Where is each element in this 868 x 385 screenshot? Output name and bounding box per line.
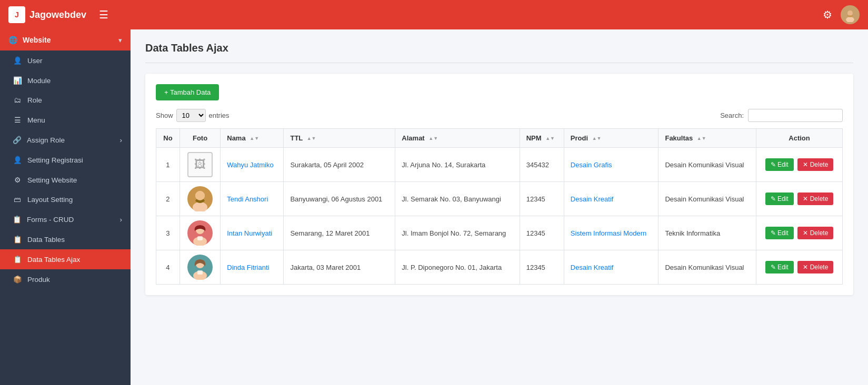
sidebar-label-role: Role	[27, 96, 42, 104]
cell-action: ✎ Edit ✕ Delete	[756, 216, 843, 250]
entries-label: entries	[209, 112, 230, 119]
col-foto: Foto	[179, 129, 220, 148]
edit-button[interactable]: ✎ Edit	[765, 158, 794, 171]
sidebar-item-data-tables[interactable]: 📋 Data Tables	[0, 229, 131, 249]
sort-nama-icon: ▲▼	[250, 136, 259, 141]
cell-no: 1	[156, 148, 180, 182]
svg-point-3	[847, 11, 852, 15]
delete-button[interactable]: ✕ Delete	[797, 158, 833, 171]
table-row: 4 Dinda Fitrianti Jakarta, 03 Maret 2001…	[156, 250, 843, 285]
search-box: Search:	[720, 109, 843, 122]
col-prodi[interactable]: Prodi ▲▼	[564, 129, 659, 148]
cell-no: 2	[156, 182, 180, 216]
cell-npm: 345432	[520, 148, 564, 182]
delete-button[interactable]: ✕ Delete	[797, 261, 833, 273]
prodi-link[interactable]: Desain Kreatif	[571, 195, 614, 203]
cell-action: ✎ Edit ✕ Delete	[756, 250, 843, 285]
cell-alamat: Jl. P. Diponegoro No. 01, Jakarta	[395, 250, 520, 285]
table-controls: Show 10 25 50 100 entries Search:	[156, 109, 843, 122]
col-alamat[interactable]: Alamat ▲▼	[395, 129, 520, 148]
cell-no: 4	[156, 250, 180, 285]
col-ttl[interactable]: TTL ▲▼	[284, 129, 395, 148]
cell-action: ✎ Edit ✕ Delete	[756, 182, 843, 216]
col-npm[interactable]: NPM ▲▼	[520, 129, 564, 148]
nama-link[interactable]: Wahyu Jatmiko	[227, 161, 273, 169]
cell-no: 3	[156, 216, 180, 250]
svg-point-7	[195, 191, 205, 200]
cell-nama: Dinda Fitrianti	[221, 250, 284, 285]
main-wrapper: 🌐 Website ▾ 👤 User 📊 Module 🗂 Role ☰ Men…	[0, 29, 868, 385]
cell-prodi: Desain Kreatif	[564, 250, 659, 285]
sort-fakultas-icon: ▲▼	[697, 136, 706, 141]
sort-npm-icon: ▲▼	[545, 136, 555, 141]
search-input[interactable]	[748, 109, 843, 122]
cell-fakultas: Desain Komunikasi Visual	[659, 148, 756, 182]
sidebar-label-module: Module	[27, 77, 51, 85]
sidebar-item-data-tables-ajax[interactable]: 📋 Data Tables Ajax	[0, 249, 131, 269]
assign-role-icon: 🔗	[13, 136, 22, 144]
prodi-link[interactable]: Desain Kreatif	[571, 264, 614, 271]
edit-button[interactable]: ✎ Edit	[765, 261, 794, 273]
cell-nama: Tendi Anshori	[221, 182, 284, 216]
nama-link[interactable]: Tendi Anshori	[227, 195, 268, 203]
table-row: 2 Tendi Anshori Banyuwangi, 06 Agustus 2…	[156, 182, 843, 216]
prodi-link[interactable]: Desain Grafis	[571, 161, 612, 169]
cell-action: ✎ Edit ✕ Delete	[756, 148, 843, 182]
sidebar-item-role[interactable]: 🗂 Role	[0, 90, 131, 110]
edit-button[interactable]: ✎ Edit	[765, 227, 794, 239]
layout-icon: 🗃	[13, 196, 22, 204]
sidebar-label-produk: Produk	[27, 276, 50, 283]
sidebar-item-setting-website[interactable]: ⚙ Setting Website	[0, 170, 131, 190]
sidebar-item-assign-role[interactable]: 🔗 Assign Role ›	[0, 130, 131, 150]
col-fakultas[interactable]: Fakultas ▲▼	[659, 129, 756, 148]
navbar: J Jagowebdev ☰ ⚙	[0, 0, 868, 29]
edit-button[interactable]: ✎ Edit	[765, 192, 794, 205]
cell-ttl: Banyuwangi, 06 Agustus 2001	[284, 182, 395, 216]
brand-icon: J	[8, 6, 25, 23]
setting-web-icon: ⚙	[13, 176, 22, 184]
cell-foto	[179, 182, 220, 216]
sidebar-label-menu: Menu	[27, 116, 45, 124]
avatar[interactable]	[841, 5, 860, 24]
sidebar-item-setting-registrasi[interactable]: 👤 Setting Registrasi	[0, 150, 131, 170]
entries-select[interactable]: 10 25 50 100	[176, 109, 206, 122]
show-entries: Show 10 25 50 100 entries	[156, 109, 230, 122]
sidebar-item-produk[interactable]: 📦 Produk	[0, 269, 131, 289]
cell-nama: Wahyu Jatmiko	[221, 148, 284, 182]
brand: J Jagowebdev	[8, 6, 86, 23]
sidebar-item-module[interactable]: 📊 Module	[0, 70, 131, 90]
setting-reg-icon: 👤	[13, 156, 22, 164]
col-no: No	[156, 129, 180, 148]
nama-link[interactable]: Intan Nurwiyati	[227, 229, 272, 237]
sidebar-item-menu[interactable]: ☰ Menu	[0, 110, 131, 130]
col-nama[interactable]: Nama ▲▼	[221, 129, 284, 148]
svg-rect-15	[197, 270, 203, 275]
data-table: No Foto Nama ▲▼ TTL ▲▼ Alamat ▲▼	[156, 128, 843, 285]
cell-fakultas: Desain Komunikasi Visual	[659, 250, 756, 285]
brand-name: Jagowebdev	[29, 9, 86, 21]
prodi-link[interactable]: Sistem Informasi Modern	[571, 229, 647, 237]
nama-link[interactable]: Dinda Fitrianti	[227, 264, 269, 271]
col-action: Action	[756, 129, 843, 148]
sidebar-item-user[interactable]: 👤 User	[0, 50, 131, 70]
content: Data Tables Ajax + Tambah Data Show 10 2…	[131, 29, 868, 385]
sidebar-item-layout-setting[interactable]: 🗃 Layout Setting	[0, 190, 131, 209]
tambah-data-button[interactable]: + Tambah Data	[156, 84, 219, 100]
delete-button[interactable]: ✕ Delete	[797, 192, 833, 205]
gear-button[interactable]: ⚙	[823, 8, 832, 21]
table-row: 3 Intan Nurwiyati Semarang, 12 Maret 200…	[156, 216, 843, 250]
sidebar-label-user: User	[27, 57, 43, 65]
sidebar: 🌐 Website ▾ 👤 User 📊 Module 🗂 Role ☰ Men…	[0, 29, 131, 385]
hamburger-button[interactable]: ☰	[95, 6, 113, 23]
chevron-right-icon-forms: ›	[120, 216, 123, 224]
sidebar-item-website[interactable]: 🌐 Website ▾	[0, 29, 131, 50]
sidebar-item-forms-crud[interactable]: 📋 Forms - CRUD ›	[0, 209, 131, 229]
delete-button[interactable]: ✕ Delete	[797, 227, 833, 239]
search-label: Search:	[720, 112, 744, 119]
cell-ttl: Surakarta, 05 April 2002	[284, 148, 395, 182]
chevron-right-icon: ›	[120, 136, 123, 144]
cell-ttl: Jakarta, 03 Maret 2001	[284, 250, 395, 285]
module-icon: 📊	[13, 76, 22, 85]
cell-prodi: Sistem Informasi Modern	[564, 216, 659, 250]
cell-foto: 🖼	[179, 148, 220, 182]
